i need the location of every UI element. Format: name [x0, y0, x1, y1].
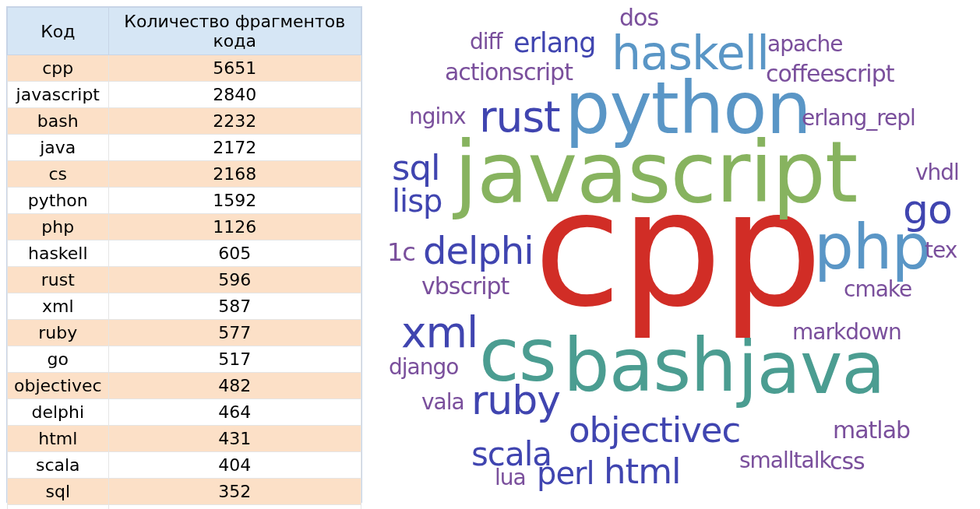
cell-count: 352	[108, 479, 361, 505]
cell-count: 431	[108, 426, 361, 452]
cell-count: 404	[108, 452, 361, 479]
cloud-word: lua	[495, 467, 526, 489]
table-row: html431	[8, 426, 361, 452]
cell-code: sql	[8, 479, 109, 505]
cloud-word: dos	[619, 6, 658, 30]
table-row: python1592	[8, 188, 361, 214]
table-row: xml587	[8, 293, 361, 320]
table-row: sql352	[8, 479, 361, 505]
cloud-word: erlang	[513, 30, 596, 57]
cell-count: 596	[108, 267, 361, 293]
cell-code: haskell	[8, 240, 109, 267]
header-count: Количество фрагментов кода	[108, 8, 361, 55]
cloud-word: vhdl	[915, 162, 959, 184]
cell-code: python	[8, 188, 109, 214]
cloud-word: matlab	[833, 419, 910, 442]
cell-code: scala	[8, 452, 109, 479]
cloud-word: diff	[470, 31, 502, 53]
cloud-word: lisp	[392, 185, 442, 216]
cloud-word: nginx	[409, 106, 466, 128]
cell-count: 587	[108, 293, 361, 320]
cell-count: 310	[108, 505, 361, 510]
cloud-word: haskell	[612, 30, 769, 76]
cell-count: 5651	[108, 55, 361, 82]
table-row: rust596	[8, 267, 361, 293]
cell-code: java	[8, 135, 109, 161]
table-row: go517	[8, 346, 361, 373]
cell-code: cpp	[8, 55, 109, 82]
table-row: bash2232	[8, 108, 361, 135]
table-row: javascript2840	[8, 82, 361, 108]
cell-code: rust	[8, 267, 109, 293]
cloud-word: delphi	[423, 232, 534, 269]
cell-code: go	[8, 346, 109, 373]
cell-code: delphi	[8, 399, 109, 426]
table-row: ruby577	[8, 320, 361, 346]
cloud-word: markdown	[792, 321, 901, 343]
cell-code: xml	[8, 293, 109, 320]
table-row: java2172	[8, 135, 361, 161]
cloud-word: ruby	[471, 380, 560, 420]
cell-count: 1592	[108, 188, 361, 214]
cloud-word: tex	[925, 240, 957, 262]
cloud-word: cmake	[844, 279, 911, 300]
cell-count: 577	[108, 320, 361, 346]
table-row: cs2168	[8, 161, 361, 188]
cell-code: objectivec	[8, 373, 109, 399]
code-frequency-table: Код Количество фрагментов кода cpp5651ja…	[7, 7, 361, 509]
cell-code: ruby	[8, 320, 109, 346]
table-row: scala404	[8, 452, 361, 479]
table-row: haskell605	[8, 240, 361, 267]
cloud-word: xml	[401, 311, 478, 354]
table-row: delphi464	[8, 399, 361, 426]
cell-count: 464	[108, 399, 361, 426]
cloud-word: django	[389, 356, 458, 378]
cloud-word: 1c	[387, 240, 415, 265]
cell-code: cs	[8, 161, 109, 188]
table-row: lisp310	[8, 505, 361, 510]
header-code: Код	[8, 8, 109, 55]
cloud-word: vbscript	[421, 275, 509, 298]
cell-code: bash	[8, 108, 109, 135]
cell-count: 605	[108, 240, 361, 267]
word-cloud: cppjavascriptbashjavacspythonphphaskellr…	[386, 6, 974, 504]
cloud-word: css	[830, 450, 865, 473]
table-row: cpp5651	[8, 55, 361, 82]
cloud-word: html	[604, 454, 681, 489]
cell-count: 2840	[108, 82, 361, 108]
table-row: objectivec482	[8, 373, 361, 399]
cell-code: javascript	[8, 82, 109, 108]
cell-count: 2232	[108, 108, 361, 135]
cell-count: 482	[108, 373, 361, 399]
cloud-word: erlang_repl	[802, 107, 915, 129]
cell-code: lisp	[8, 505, 109, 510]
cell-count: 517	[108, 346, 361, 373]
cloud-word: go	[903, 189, 952, 230]
cloud-word: smalltalk	[739, 450, 831, 472]
cloud-word: sql	[392, 150, 440, 185]
cloud-word: coffeescript	[766, 62, 894, 86]
cloud-word: objectivec	[569, 412, 740, 448]
cell-code: html	[8, 426, 109, 452]
cell-count: 2168	[108, 161, 361, 188]
table-row: php1126	[8, 214, 361, 240]
frequency-table: Код Количество фрагментов кода cpp5651ja…	[6, 6, 362, 503]
cell-count: 1126	[108, 214, 361, 240]
cloud-word: apache	[767, 33, 842, 55]
cloud-word: actionscript	[445, 61, 573, 84]
cloud-word: rust	[479, 96, 560, 139]
cell-code: php	[8, 214, 109, 240]
cloud-word: perl	[537, 458, 594, 489]
cloud-word: bash	[563, 329, 736, 402]
cell-count: 2172	[108, 135, 361, 161]
cloud-word: vala	[421, 391, 464, 413]
